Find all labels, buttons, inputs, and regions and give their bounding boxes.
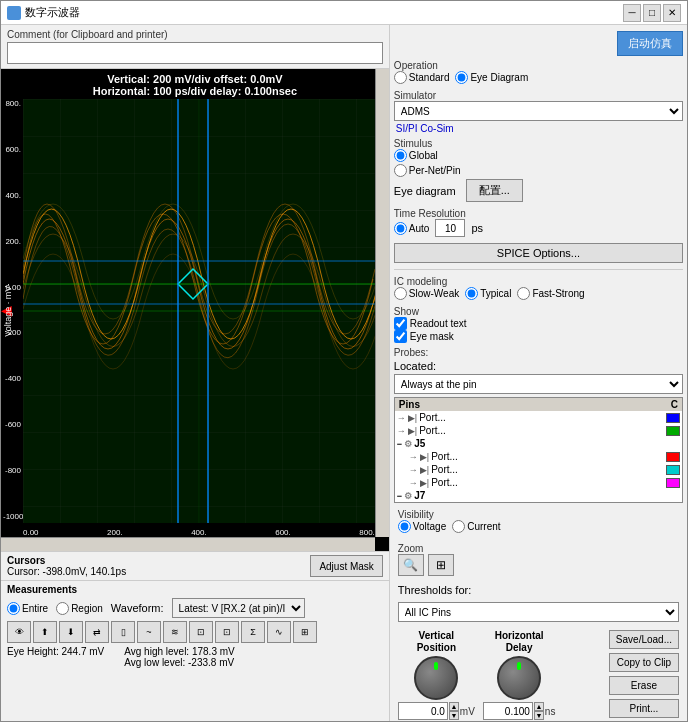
voltage-option[interactable]: Voltage: [398, 520, 446, 533]
vertical-position-knob[interactable]: [414, 656, 458, 700]
meas-jitter-icon[interactable]: ~: [137, 621, 161, 643]
meas-eye-icon[interactable]: 👁: [7, 621, 31, 643]
readout-text-checkbox[interactable]: [394, 317, 407, 330]
spice-options-button[interactable]: SPICE Options...: [394, 243, 683, 263]
waveform-select[interactable]: Latest: V [RX.2 (at pin)/I: [172, 598, 305, 618]
adjust-mask-button[interactable]: Adjust Mask: [310, 555, 382, 577]
probe-row-3[interactable]: → ▶| Port...: [395, 450, 682, 463]
standard-option[interactable]: Standard: [394, 71, 450, 84]
located-select[interactable]: Always at the pin: [394, 374, 683, 394]
zoom-label: Zoom: [398, 543, 679, 554]
thresholds-select[interactable]: All IC Pins: [398, 602, 679, 622]
stimulus-options: Global: [394, 149, 683, 162]
meas-period-icon[interactable]: ⇄: [85, 621, 109, 643]
horizontal-delay-knob[interactable]: [497, 656, 541, 700]
zoom-fit-button[interactable]: ⊞: [428, 554, 454, 576]
global-label: Global: [409, 150, 438, 161]
global-radio[interactable]: [394, 149, 407, 162]
probe-row-1[interactable]: → ▶| Port...: [395, 411, 682, 424]
probe-color-5: [666, 478, 680, 488]
probe-color-4: [666, 465, 680, 475]
t-tick-400: 400.: [191, 528, 207, 537]
arrow-icon-1: →: [397, 413, 406, 423]
slow-weak-option[interactable]: Slow-Weak: [394, 287, 459, 300]
entire-label: Entire: [22, 603, 48, 614]
simulator-select[interactable]: ADMS: [394, 101, 683, 121]
expand-j7-icon[interactable]: −: [397, 491, 402, 501]
auto-radio[interactable]: [394, 222, 407, 235]
knobs-and-buttons: VerticalPosition 0.0 ▲ ▼ mV: [394, 626, 683, 721]
vertical-info: Vertical: 200 mV/div offset: 0.0mV: [93, 73, 297, 85]
vert-pos-up[interactable]: ▲: [449, 702, 459, 711]
meas-custom6-icon[interactable]: ⊞: [293, 621, 317, 643]
readout-text-option[interactable]: Readout text: [394, 317, 683, 330]
eye-diagram-option[interactable]: Eye Diagram: [455, 71, 528, 84]
time-res-input[interactable]: 10: [435, 219, 465, 237]
horiz-delay-indicator: [517, 662, 521, 670]
region-option[interactable]: Region: [56, 602, 103, 615]
v-tick-n400: -400: [3, 374, 21, 383]
meas-custom4-icon[interactable]: Σ: [241, 621, 265, 643]
meas-duty-icon[interactable]: ▯: [111, 621, 135, 643]
entire-option[interactable]: Entire: [7, 602, 48, 615]
located-row: Located:: [394, 360, 683, 372]
print-button[interactable]: Print...: [609, 699, 679, 718]
meas-custom3-icon[interactable]: ⊡: [215, 621, 239, 643]
probe-row-5[interactable]: → ▶| Port...: [395, 476, 682, 489]
expand-j5-icon[interactable]: −: [397, 439, 402, 449]
probe-name-5: Port...: [431, 477, 664, 488]
auto-option[interactable]: Auto: [394, 222, 430, 235]
copy-to-clip-button[interactable]: Copy to Clip: [609, 653, 679, 672]
osc-scrollbar-right[interactable]: [375, 69, 389, 537]
avg-low: Avg low level: -233.8 mV: [124, 657, 234, 668]
global-option[interactable]: Global: [394, 149, 438, 162]
current-radio[interactable]: [452, 520, 465, 533]
voltage-radio[interactable]: [398, 520, 411, 533]
port-icon-4: ▶|: [420, 465, 429, 475]
zoom-in-button[interactable]: 🔍: [398, 554, 424, 576]
sidebar-panel: 启动仿真 Operation Standard Eye Diagram: [390, 25, 687, 721]
start-simulation-button[interactable]: 启动仿真: [617, 31, 683, 56]
meas-custom2-icon[interactable]: ⊡: [189, 621, 213, 643]
horiz-delay-input[interactable]: 0.100: [483, 702, 533, 720]
meas-rise-icon[interactable]: ⬆: [33, 621, 57, 643]
horiz-delay-up[interactable]: ▲: [534, 702, 544, 711]
entire-radio[interactable]: [7, 602, 20, 615]
show-label: Show: [394, 306, 683, 317]
per-net-option[interactable]: Per-Net/Pin: [394, 164, 461, 177]
probes-header: Pins C: [395, 398, 682, 411]
meas-custom5-icon[interactable]: ∿: [267, 621, 291, 643]
eye-diagram-radio[interactable]: [455, 71, 468, 84]
eye-mask-option[interactable]: Eye mask: [394, 330, 683, 343]
per-net-radio[interactable]: [394, 164, 407, 177]
current-option[interactable]: Current: [452, 520, 500, 533]
horiz-delay-down[interactable]: ▼: [534, 711, 544, 720]
port-icon-2: ▶|: [408, 426, 417, 436]
standard-label: Standard: [409, 72, 450, 83]
region-radio[interactable]: [56, 602, 69, 615]
fast-strong-option[interactable]: Fast-Strong: [517, 287, 584, 300]
standard-radio[interactable]: [394, 71, 407, 84]
comment-input[interactable]: [7, 42, 383, 64]
slow-weak-radio[interactable]: [394, 287, 407, 300]
close-window-button[interactable]: ✕: [663, 4, 681, 22]
cursors-section: Cursors Cursor: -398.0mV, 140.1ps Adjust…: [1, 552, 389, 581]
eye-mask-checkbox[interactable]: [394, 330, 407, 343]
vert-pos-input[interactable]: 0.0: [398, 702, 448, 720]
fast-strong-radio[interactable]: [517, 287, 530, 300]
typical-option[interactable]: Typical: [465, 287, 511, 300]
meas-fall-icon[interactable]: ⬇: [59, 621, 83, 643]
minimize-button[interactable]: ─: [623, 4, 641, 22]
si-pi-link[interactable]: SI/PI Co-Sim: [394, 123, 683, 134]
erase-button[interactable]: Erase: [609, 676, 679, 695]
typical-radio[interactable]: [465, 287, 478, 300]
meas-custom1-icon[interactable]: ≋: [163, 621, 187, 643]
probe-row-2[interactable]: → ▶| Port...: [395, 424, 682, 437]
horiz-delay-spinner: ▲ ▼: [534, 702, 544, 720]
vert-pos-down[interactable]: ▼: [449, 711, 459, 720]
osc-scrollbar-bottom[interactable]: [1, 537, 375, 551]
save-load-button[interactable]: Save/Load...: [609, 630, 679, 649]
maximize-button[interactable]: □: [643, 4, 661, 22]
configure-button[interactable]: 配置...: [466, 179, 523, 202]
probe-row-4[interactable]: → ▶| Port...: [395, 463, 682, 476]
